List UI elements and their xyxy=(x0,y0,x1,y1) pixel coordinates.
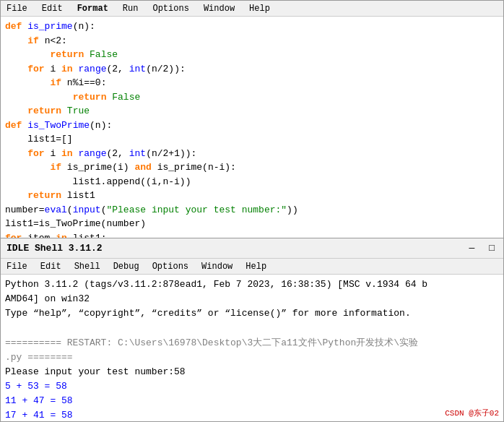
menu-window[interactable]: Window xyxy=(201,2,238,15)
code-line-4: for i in range(2, int(n/2)): xyxy=(5,62,499,77)
titlebar-controls: — □ xyxy=(466,243,498,254)
code-line-9: list1=[] xyxy=(5,132,499,147)
code-line-7: return True xyxy=(5,104,499,119)
code-line-16: for item in list1: xyxy=(5,231,499,238)
shell-menu-edit[interactable]: Edit xyxy=(38,260,64,273)
shell-menu-window[interactable]: Window xyxy=(199,260,235,273)
code-line-11: if is_prime(i) and is_prime(n-i): xyxy=(5,160,499,175)
menu-run[interactable]: Run xyxy=(120,2,142,15)
editor-menubar: File Edit Format Run Options Window Help xyxy=(1,1,503,17)
code-line-1: def is_prime(n): xyxy=(5,20,499,34)
minimize-button[interactable]: — xyxy=(466,243,477,254)
watermark: CSDN @东子02 xyxy=(445,408,499,418)
code-line-3: return False xyxy=(5,48,499,62)
shell-menu-debug[interactable]: Debug xyxy=(110,260,142,273)
shell-menu-options[interactable]: Options xyxy=(149,260,191,273)
shell-titlebar: IDLE Shell 3.11.2 — □ xyxy=(1,238,503,259)
code-line-5: if n%i==0: xyxy=(5,76,499,90)
code-line-8: def is_TwoPrime(n): xyxy=(5,119,499,133)
menu-help[interactable]: Help xyxy=(246,2,273,15)
shell-menu-help[interactable]: Help xyxy=(243,260,269,273)
code-line-2: if n<2: xyxy=(5,34,499,48)
menu-edit[interactable]: Edit xyxy=(39,2,66,15)
shell-line-type: Type “help”, “copyright”, “credits” or “… xyxy=(5,306,499,321)
shell-menubar: File Edit Shell Debug Options Window Hel… xyxy=(1,259,503,275)
shell-line-restart2: .py ======== xyxy=(5,350,499,365)
shell-window: IDLE Shell 3.11.2 — □ File Edit Shell De… xyxy=(0,238,504,422)
shell-line-restart1: ========== RESTART: C:\Users\16978\Deskt… xyxy=(5,336,499,350)
menu-options[interactable]: Options xyxy=(149,2,191,15)
code-line-6: return False xyxy=(5,90,499,105)
code-line-15: list1=is_TwoPrime(number) xyxy=(5,217,499,231)
code-line-12: list1.append((i,n-i)) xyxy=(5,175,499,189)
editor-window: File Edit Format Run Options Window Help… xyxy=(0,0,504,238)
shell-menu-shell[interactable]: Shell xyxy=(71,260,103,273)
shell-line-blank1 xyxy=(5,321,499,335)
shell-title: IDLE Shell 3.11.2 xyxy=(6,243,103,254)
shell-content-area[interactable]: Python 3.11.2 (tags/v3.11.2:878ead1, Feb… xyxy=(1,275,503,421)
shell-line-amd: AMD64] on win32 xyxy=(5,292,499,306)
maximize-button[interactable]: □ xyxy=(486,243,498,254)
shell-line-r2: 11 + 47 = 58 xyxy=(5,394,499,408)
menu-format[interactable]: Format xyxy=(74,2,111,15)
shell-line-r1: 5 + 53 = 58 xyxy=(5,379,499,394)
shell-menu-file[interactable]: File xyxy=(4,260,30,273)
menu-file[interactable]: File xyxy=(4,2,30,15)
shell-line-r3: 17 + 41 = 58 xyxy=(5,408,499,421)
editor-code-area[interactable]: def is_prime(n): if n<2: return False fo… xyxy=(1,17,503,238)
code-line-10: for i in range(2, int(n/2+1)): xyxy=(5,147,499,161)
code-line-14: number=eval(input("Please input your tes… xyxy=(5,203,499,218)
shell-line-python: Python 3.11.2 (tags/v3.11.2:878ead1, Feb… xyxy=(5,277,499,292)
code-line-13: return list1 xyxy=(5,189,499,203)
shell-line-please: Please input your test number:58 xyxy=(5,365,499,379)
